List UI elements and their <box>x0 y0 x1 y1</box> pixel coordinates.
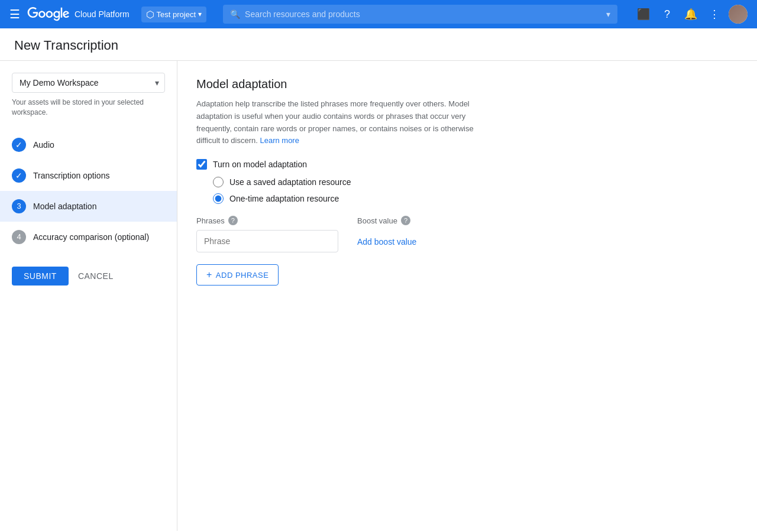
content-area: Model adaptation Adaptation help transcr… <box>177 61 757 531</box>
google-logo-icon <box>27 7 70 21</box>
sidebar-item-accuracy-comparison[interactable]: 4 Accuracy comparison (optional) <box>0 222 177 252</box>
turn-on-adaptation-row: Turn on model adaptation <box>196 159 738 170</box>
sidebar-item-model-adaptation[interactable]: 3 Model adaptation <box>0 191 177 222</box>
help-icon[interactable]: ? <box>658 5 677 24</box>
page-title: New Transcription <box>14 38 118 53</box>
sidebar: My Demo Workspace ▾ Your assets will be … <box>0 61 177 531</box>
saved-resource-row: Use a saved adaptation resource <box>213 177 738 187</box>
project-icon: ⬡ <box>146 9 154 20</box>
step-number-4: 4 <box>12 230 26 244</box>
step-number-3: 3 <box>12 199 26 213</box>
notifications-icon[interactable]: 🔔 <box>681 5 700 24</box>
saved-resource-label[interactable]: Use a saved adaptation resource <box>229 177 351 187</box>
onetime-resource-row: One-time adaptation resource <box>213 193 738 204</box>
search-bar[interactable]: 🔍 ▾ <box>223 5 617 24</box>
sidebar-step-label-accuracy: Accuracy comparison (optional) <box>33 232 149 242</box>
add-phrase-label: ADD PHRASE <box>216 271 269 280</box>
submit-button[interactable]: SUBMIT <box>12 267 69 286</box>
cloud-shell-icon[interactable]: ⬛ <box>634 5 653 24</box>
brand-logo: Cloud Platform <box>27 7 130 21</box>
sidebar-item-transcription-options[interactable]: ✓ Transcription options <box>0 160 177 191</box>
chevron-down-icon: ▾ <box>198 10 202 18</box>
sidebar-item-audio[interactable]: ✓ Audio <box>0 129 177 160</box>
workspace-hint: Your assets will be stored in your selec… <box>12 98 165 118</box>
saved-resource-radio[interactable] <box>213 177 224 187</box>
phrases-column: Phrases ? <box>196 216 338 252</box>
section-description: Adaptation help transcribe the listed ph… <box>196 98 480 147</box>
search-input[interactable] <box>245 9 601 19</box>
hamburger-menu-icon[interactable]: ☰ <box>9 7 20 21</box>
section-title: Model adaptation <box>196 77 738 91</box>
phrases-section: Phrases ? Boost value ? Add boost value <box>196 216 738 252</box>
phrases-help-icon[interactable]: ? <box>228 216 238 225</box>
onetime-resource-label[interactable]: One-time adaptation resource <box>229 194 339 203</box>
step-check-icon-audio: ✓ <box>12 138 26 152</box>
phrase-input[interactable] <box>196 230 338 252</box>
resource-options: Use a saved adaptation resource One-time… <box>213 177 738 204</box>
search-dropdown-icon[interactable]: ▾ <box>606 9 610 19</box>
workspace-selector[interactable]: My Demo Workspace ▾ <box>12 73 165 93</box>
avatar[interactable] <box>729 5 748 24</box>
brand-gcp-label: Cloud Platform <box>75 9 130 19</box>
main-layout: My Demo Workspace ▾ Your assets will be … <box>0 61 757 531</box>
page-header: New Transcription <box>0 28 757 61</box>
nav-icons: ⬛ ? 🔔 ⋮ <box>634 5 748 24</box>
phrases-column-header: Phrases ? <box>196 216 338 225</box>
sidebar-step-label-audio: Audio <box>33 140 54 150</box>
onetime-resource-radio[interactable] <box>213 193 224 204</box>
add-phrase-button[interactable]: + ADD PHRASE <box>196 264 279 286</box>
more-options-icon[interactable]: ⋮ <box>705 5 724 24</box>
turn-on-adaptation-label[interactable]: Turn on model adaptation <box>213 160 307 169</box>
sidebar-step-label-transcription: Transcription options <box>33 171 109 180</box>
boost-column: Boost value ? Add boost value <box>357 216 416 252</box>
add-phrase-plus-icon: + <box>206 270 212 280</box>
sidebar-step-label-adaptation: Model adaptation <box>33 202 96 211</box>
add-boost-value-link[interactable]: Add boost value <box>357 230 416 246</box>
boost-help-icon[interactable]: ? <box>401 216 410 225</box>
learn-more-link[interactable]: Learn more <box>260 136 299 145</box>
top-nav: ☰ Cloud Platform ⬡ Test project ▾ 🔍 ▾ ⬛ … <box>0 0 757 28</box>
project-selector[interactable]: ⬡ Test project ▾ <box>141 7 206 22</box>
action-buttons: SUBMIT CANCEL <box>0 257 177 295</box>
search-icon: 🔍 <box>230 9 240 19</box>
cancel-button[interactable]: CANCEL <box>78 271 114 281</box>
step-check-icon-transcription: ✓ <box>12 168 26 183</box>
turn-on-adaptation-checkbox[interactable] <box>196 159 207 170</box>
project-name: Test project <box>157 10 196 19</box>
workspace-dropdown[interactable]: My Demo Workspace <box>12 73 165 93</box>
boost-column-header: Boost value ? <box>357 216 416 225</box>
